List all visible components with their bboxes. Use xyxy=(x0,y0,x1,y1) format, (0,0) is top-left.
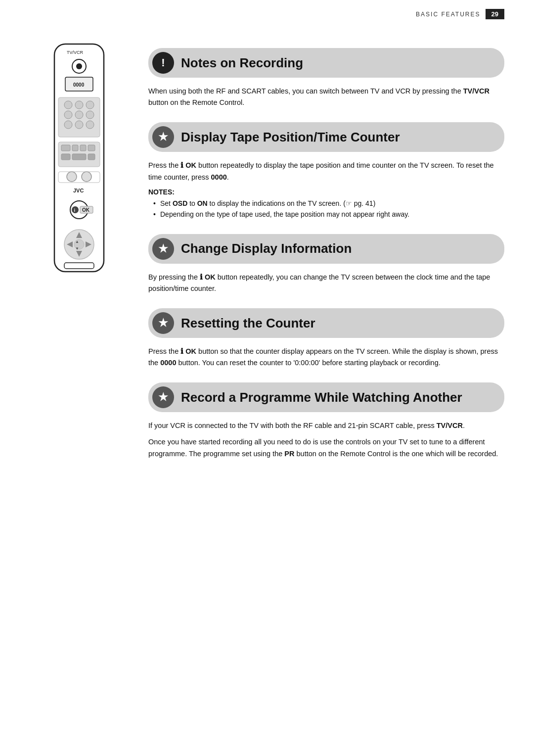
svg-rect-19 xyxy=(80,145,86,151)
notes-recording-icon: ! xyxy=(152,52,174,74)
left-column: TV/VCR 0000 xyxy=(30,34,134,465)
page-number: 29 xyxy=(486,9,504,19)
section-header-record: ★ Record a Programme While Watching Anot… xyxy=(148,382,504,412)
svg-rect-26 xyxy=(58,172,100,183)
page-header: BASIC FEATURES 29 xyxy=(0,0,534,24)
svg-point-25 xyxy=(82,172,91,182)
reset-body: Press the ℹ OK button so that the counte… xyxy=(148,346,504,369)
section-header-change-display: ★ Change Display Information xyxy=(148,234,504,264)
svg-rect-21 xyxy=(61,154,70,160)
remote-svg: TV/VCR 0000 xyxy=(40,39,119,296)
notes-recording-body: When using both the RF and SCART cables,… xyxy=(148,86,504,108)
remote-control: TV/VCR 0000 xyxy=(40,39,124,298)
record-text-2: Once you have started recording all you … xyxy=(148,436,504,459)
svg-text:i: i xyxy=(74,208,76,213)
tape-text: Press the ℹ OK button repeatedly to disp… xyxy=(148,160,504,183)
svg-point-10 xyxy=(64,111,72,119)
note-item: Depending on the type of tape used, the … xyxy=(153,209,504,220)
svg-text:0000: 0000 xyxy=(73,82,85,88)
record-text-1: If your VCR is connected to the TV with … xyxy=(148,420,504,431)
svg-point-12 xyxy=(86,111,94,119)
change-display-body: By pressing the ℹ OK button repeatedly, … xyxy=(148,272,504,294)
svg-point-8 xyxy=(75,101,83,109)
change-display-icon: ★ xyxy=(152,238,174,260)
record-body: If your VCR is connected to the TV with … xyxy=(148,420,504,460)
section-header-reset: ★ Resetting the Counter xyxy=(148,308,504,338)
svg-point-13 xyxy=(64,121,72,129)
notes-recording-text: When using both the RF and SCART cables,… xyxy=(148,86,504,108)
tape-icon: ★ xyxy=(152,126,174,148)
svg-point-9 xyxy=(86,101,94,109)
svg-point-15 xyxy=(86,121,94,129)
reset-icon: ★ xyxy=(152,312,174,334)
svg-point-7 xyxy=(64,101,72,109)
svg-rect-23 xyxy=(88,154,95,160)
section-display-tape: ★ Display Tape Position/Time Counter Pre… xyxy=(148,122,504,220)
section-header-tape: ★ Display Tape Position/Time Counter xyxy=(148,122,504,152)
section-change-display: ★ Change Display Information By pressing… xyxy=(148,234,504,294)
section-notes-on-recording: ! Notes on Recording When using both the… xyxy=(148,48,504,108)
svg-rect-20 xyxy=(88,145,95,151)
tape-notes: NOTES: Set OSD to ON to display the indi… xyxy=(148,188,504,220)
svg-point-3 xyxy=(76,63,82,69)
svg-text:OK: OK xyxy=(82,207,90,213)
svg-rect-18 xyxy=(72,145,78,151)
notes-recording-title: Notes on Recording xyxy=(181,56,303,70)
svg-text:▼: ▼ xyxy=(75,246,79,251)
change-display-text: By pressing the ℹ OK button repeatedly, … xyxy=(148,272,504,294)
section-label: BASIC FEATURES xyxy=(416,11,480,18)
reset-text: Press the ℹ OK button so that the counte… xyxy=(148,346,504,369)
section-reset-counter: ★ Resetting the Counter Press the ℹ OK b… xyxy=(148,308,504,369)
change-display-title: Change Display Information xyxy=(181,241,352,256)
right-column: ! Notes on Recording When using both the… xyxy=(134,34,504,465)
section-record-programme: ★ Record a Programme While Watching Anot… xyxy=(148,382,504,460)
tape-title: Display Tape Position/Time Counter xyxy=(181,130,400,144)
notes-label: NOTES: xyxy=(148,188,504,196)
svg-rect-22 xyxy=(72,154,86,160)
svg-point-24 xyxy=(67,172,77,182)
section-header-notes: ! Notes on Recording xyxy=(148,48,504,78)
svg-rect-17 xyxy=(61,145,70,151)
record-title: Record a Programme While Watching Anothe… xyxy=(181,390,462,405)
page-body: TV/VCR 0000 xyxy=(0,24,534,484)
note-item: Set OSD to ON to display the indications… xyxy=(153,198,504,209)
svg-text:TV/VCR: TV/VCR xyxy=(67,50,84,55)
tape-body: Press the ℹ OK button repeatedly to disp… xyxy=(148,160,504,183)
notes-list: Set OSD to ON to display the indications… xyxy=(148,198,504,220)
svg-rect-41 xyxy=(64,263,94,269)
svg-text:▲: ▲ xyxy=(75,239,79,244)
record-icon: ★ xyxy=(152,386,174,408)
svg-text:JVC: JVC xyxy=(73,188,84,193)
svg-point-14 xyxy=(75,121,83,129)
svg-point-11 xyxy=(75,111,83,119)
reset-title: Resetting the Counter xyxy=(181,316,315,331)
